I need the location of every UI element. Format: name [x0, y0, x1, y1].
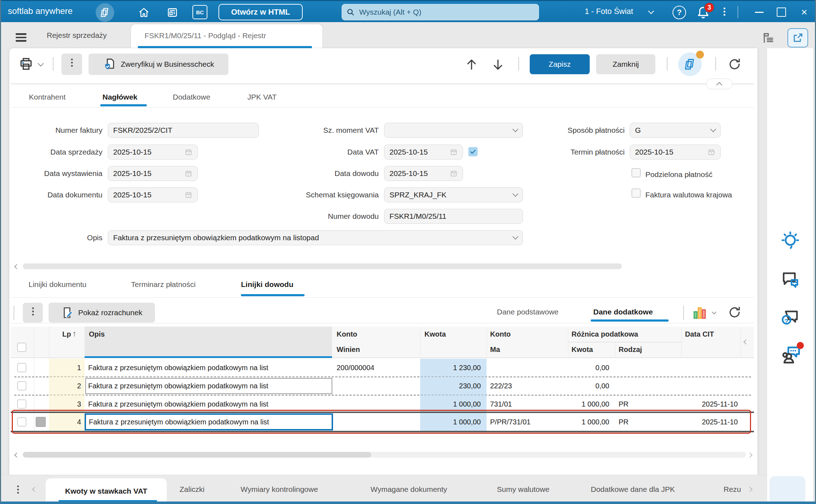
- tab-linijki-dokumentu[interactable]: Linijki dokumentu: [29, 280, 86, 289]
- cell-kwota[interactable]: 1 000,00: [420, 395, 481, 413]
- row-checkbox[interactable]: [17, 399, 26, 409]
- print-button[interactable]: [19, 56, 34, 71]
- cell-konto-ma[interactable]: [490, 359, 569, 377]
- col-header-konto-winien[interactable]: Konto: [337, 330, 357, 338]
- sort-asc-icon[interactable]: ↑: [72, 329, 76, 338]
- col-header-kwota[interactable]: Kwota: [424, 330, 446, 338]
- cell-opis[interactable]: Faktura z przesuniętym obowiązkiem podat…: [89, 413, 330, 431]
- col-header-lp[interactable]: Lp: [49, 330, 71, 338]
- open-in-html-button[interactable]: Otwórz w HTML: [218, 4, 303, 20]
- table-row[interactable]: 2 Faktura z przesuniętym obowiązkiem pod…: [11, 377, 754, 395]
- tab-naglowek[interactable]: Nagłówek: [102, 93, 137, 101]
- opis-select[interactable]: Faktura z przesuniętym obowiązkiem podat…: [108, 230, 523, 245]
- navigate-down-button[interactable]: [491, 58, 505, 71]
- data-vat-checkbox[interactable]: [468, 147, 478, 156]
- feedback-chat-button[interactable]: [780, 269, 800, 289]
- tab-dodatkowe[interactable]: Dodatkowe: [173, 93, 210, 101]
- grid-header-opis-cell[interactable]: [85, 327, 332, 358]
- titlebar-menu-button[interactable]: [722, 6, 727, 17]
- calendar-icon[interactable]: [450, 148, 458, 156]
- numer-faktury-field[interactable]: FSKR/2025/2/CIT: [108, 123, 259, 138]
- table-row-selected[interactable]: 4 Faktura z przesuniętym obowiązkiem pod…: [11, 413, 754, 431]
- verify-businesscheck-button[interactable]: Zweryfikuj w Businesscheck: [89, 54, 228, 75]
- scrollbar-thumb[interactable]: [23, 452, 371, 458]
- table-row[interactable]: 1 Faktura z przesuniętym obowiązkiem pod…: [11, 359, 754, 377]
- main-menu-button[interactable]: [16, 31, 26, 44]
- cell-konto-winien[interactable]: 200/000004: [337, 359, 419, 377]
- termin-platnosci-field[interactable]: 2025-10-15: [630, 145, 721, 160]
- col-header-opis[interactable]: Opis: [89, 330, 105, 338]
- tab-dane-dodatkowe[interactable]: Dane dodatkowe: [593, 308, 653, 316]
- data-sprzedazy-field[interactable]: 2025-10-15: [108, 145, 198, 160]
- cell-roznica-kwota[interactable]: 0,00: [568, 359, 609, 377]
- window-tab-rejestr-sprzedazy[interactable]: Rejestr sprzedaży: [47, 22, 107, 48]
- data-wystawienia-field[interactable]: 2025-10-15: [108, 166, 198, 181]
- bottom-tab-rezu[interactable]: Rezu: [724, 475, 741, 504]
- podzielona-platnosc-checkbox[interactable]: [631, 168, 641, 177]
- help-button[interactable]: ?: [673, 6, 686, 19]
- row-checkbox[interactable]: [17, 381, 26, 390]
- bottom-tabs-menu-button[interactable]: [16, 484, 20, 495]
- calendar-icon[interactable]: [707, 148, 715, 156]
- bottom-tab-jpk[interactable]: Dodatkowe dane dla JPK: [591, 475, 675, 504]
- chart-view-button[interactable]: [692, 305, 707, 321]
- tab-kontrahent[interactable]: Kontrahent: [29, 93, 66, 101]
- sposob-platnosci-select[interactable]: G: [630, 123, 721, 138]
- share-button[interactable]: [787, 28, 808, 47]
- cell-konto-ma[interactable]: 222/23: [490, 377, 569, 395]
- tab-terminarz-platnosci[interactable]: Terminarz płatności: [131, 280, 196, 289]
- table-row[interactable]: 3 Faktura z przesuniętym obowiązkiem pod…: [11, 395, 754, 413]
- community-chat-button[interactable]: [780, 343, 802, 365]
- ideas-button[interactable]: [780, 230, 800, 250]
- bottom-tab-kwoty-vat[interactable]: Kwoty w stawkach VAT: [46, 478, 167, 504]
- cell-roznica-kwota[interactable]: 1 000,00: [568, 413, 609, 431]
- cell-kwota[interactable]: 230,00: [420, 377, 481, 395]
- bottom-tab-sumy[interactable]: Sumy walutowe: [497, 475, 549, 504]
- cell-rodzaj[interactable]: PR: [619, 395, 681, 413]
- toolbar-more-button[interactable]: [61, 54, 82, 75]
- search-input[interactable]: [358, 7, 534, 17]
- cell-opis[interactable]: Faktura z przesuniętym obowiązkiem podat…: [88, 359, 331, 377]
- businesscheck-button[interactable]: BC: [192, 5, 207, 19]
- sidebar-footer-panel[interactable]: [770, 476, 805, 504]
- faktura-walutowa-checkbox[interactable]: [631, 188, 641, 198]
- bottom-tab-wymiary[interactable]: Wymiary kontrolingowe: [241, 475, 318, 504]
- select-all-checkbox[interactable]: [17, 343, 26, 352]
- company-selector[interactable]: 1 - Foto Świat: [585, 7, 633, 16]
- tab-jpk-vat[interactable]: JPK VAT: [247, 93, 277, 101]
- cell-konto-ma[interactable]: P/PR/731/01: [490, 413, 569, 431]
- row-checkbox[interactable]: [17, 417, 26, 427]
- calendar-icon[interactable]: [185, 170, 192, 177]
- row-drag-handle[interactable]: [36, 417, 46, 427]
- grid-horizontal-scrollbar[interactable]: [23, 452, 746, 458]
- collapse-header-button[interactable]: [706, 79, 732, 89]
- col-subheader-rodzaj[interactable]: Rodzaj: [619, 346, 642, 354]
- calendar-icon[interactable]: [185, 191, 192, 199]
- col-header-roznica-podatkowa[interactable]: Różnica podatkowa: [571, 330, 638, 338]
- minimize-button[interactable]: [751, 5, 767, 20]
- save-button[interactable]: Zapisz: [530, 54, 590, 74]
- data-dowodu-field[interactable]: 2025-10-15: [384, 166, 463, 181]
- navigate-up-button[interactable]: [465, 58, 478, 71]
- documents-button[interactable]: [96, 3, 114, 22]
- cell-data-cit[interactable]: [681, 359, 738, 377]
- row-checkbox[interactable]: [17, 363, 26, 372]
- cell-opis[interactable]: Faktura z przesuniętym obowiązkiem podat…: [88, 377, 331, 395]
- close-document-button[interactable]: Zamknij: [596, 54, 655, 74]
- calendar-icon[interactable]: [185, 148, 192, 156]
- tab-linijki-dowodu[interactable]: Linijki dowodu: [241, 280, 293, 289]
- cell-konto-ma[interactable]: 731/01: [490, 395, 569, 413]
- news-button[interactable]: [165, 6, 180, 19]
- cell-data-cit[interactable]: 2025-11-10: [681, 413, 738, 431]
- schemat-ksiegowania-select[interactable]: SPRZ_KRAJ_FK: [384, 187, 523, 202]
- sz-moment-vat-select[interactable]: [384, 123, 523, 138]
- bottom-tab-zaliczki[interactable]: Zaliczki: [180, 475, 205, 504]
- cell-kwota[interactable]: 1 230,00: [420, 359, 481, 377]
- close-button[interactable]: ×: [796, 5, 812, 20]
- data-dokumentu-field[interactable]: 2025-10-15: [108, 187, 198, 202]
- cell-data-cit[interactable]: 2025-11-10: [681, 395, 738, 413]
- col-subheader-winien[interactable]: Winien: [337, 346, 360, 354]
- home-button[interactable]: [137, 6, 151, 19]
- horizontal-scrollbar[interactable]: [23, 263, 622, 269]
- cell-rodzaj[interactable]: PR: [619, 413, 681, 431]
